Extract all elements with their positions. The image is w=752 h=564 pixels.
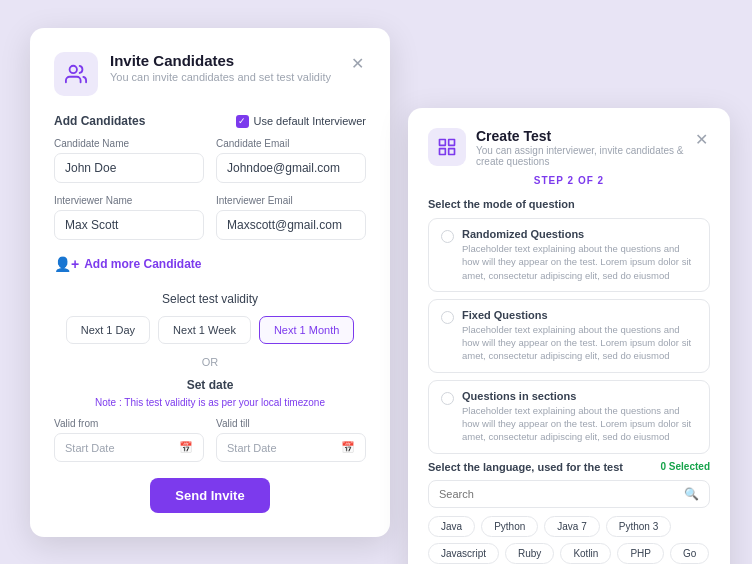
- ct-title: Create Test: [476, 128, 693, 144]
- interviewer-row: Interviewer Name Interviewer Email: [54, 195, 366, 240]
- sections-desc: Placeholder text explaining about the qu…: [462, 404, 697, 444]
- lang-python[interactable]: Python: [481, 516, 538, 537]
- language-search-input[interactable]: [439, 488, 678, 500]
- default-interviewer-checkbox[interactable]: [236, 115, 249, 128]
- svg-point-0: [70, 66, 77, 73]
- sections-content: Questions in sections Placeholder text e…: [462, 390, 697, 444]
- svg-rect-1: [440, 140, 446, 146]
- add-candidates-section: Add Candidates Use default Interviewer: [54, 114, 366, 128]
- calendar-icon-2: 📅: [341, 441, 355, 454]
- ct-header: Create Test You can assign interviewer, …: [428, 128, 710, 167]
- valid-till-col: Valid till Start Date 📅: [216, 418, 366, 462]
- randomized-radio[interactable]: [441, 230, 454, 243]
- sections-radio[interactable]: [441, 392, 454, 405]
- send-invite-button[interactable]: Send Invite: [150, 478, 270, 513]
- lang-go[interactable]: Go: [670, 543, 709, 564]
- candidate-name-input[interactable]: [54, 153, 204, 183]
- fixed-desc: Placeholder text explaining about the qu…: [462, 323, 697, 363]
- language-search-box[interactable]: 🔍: [428, 480, 710, 508]
- next-1-month-button[interactable]: Next 1 Month: [259, 316, 354, 344]
- lang-javascript[interactable]: Javascript: [428, 543, 499, 564]
- add-more-candidate-button[interactable]: 👤+ Add more Candidate: [54, 252, 202, 276]
- lang-java7[interactable]: Java 7: [544, 516, 599, 537]
- question-mode-label: Select the mode of question: [428, 198, 710, 210]
- valid-till-placeholder: Start Date: [227, 442, 277, 454]
- invite-title-group: Invite Candidates You can invite candida…: [110, 52, 331, 83]
- candidate-name-col: Candidate Name: [54, 138, 204, 183]
- invite-modal: Invite Candidates You can invite candida…: [30, 28, 390, 537]
- ct-icon: [428, 128, 466, 166]
- ct-title-group: Create Test You can assign interviewer, …: [476, 128, 693, 167]
- lang-python3[interactable]: Python 3: [606, 516, 671, 537]
- invite-title: Invite Candidates: [110, 52, 331, 69]
- select-validity-label: Select test validity: [54, 292, 366, 306]
- search-icon: 🔍: [684, 487, 699, 501]
- language-section-label: Select the language, used for the test 0…: [428, 461, 710, 473]
- lang-java[interactable]: Java: [428, 516, 475, 537]
- fixed-content: Fixed Questions Placeholder text explain…: [462, 309, 697, 363]
- date-row: Valid from Start Date 📅 Valid till Start…: [54, 418, 366, 462]
- calendar-icon: 📅: [179, 441, 193, 454]
- candidate-email-label: Candidate Email: [216, 138, 366, 149]
- svg-rect-2: [449, 140, 455, 146]
- add-candidates-label: Add Candidates: [54, 114, 145, 128]
- randomized-option[interactable]: Randomized Questions Placeholder text ex…: [428, 218, 710, 292]
- next-1-day-button[interactable]: Next 1 Day: [66, 316, 150, 344]
- invite-close-button[interactable]: ✕: [349, 52, 366, 75]
- selected-count-badge: 0 Selected: [661, 461, 710, 472]
- add-icon: 👤+: [54, 256, 79, 272]
- randomized-desc: Placeholder text explaining about the qu…: [462, 242, 697, 282]
- interviewer-name-input[interactable]: [54, 210, 204, 240]
- invite-modal-header: Invite Candidates You can invite candida…: [54, 52, 366, 96]
- create-test-modal: Create Test You can assign interviewer, …: [408, 108, 730, 564]
- default-interviewer-toggle[interactable]: Use default Interviewer: [236, 115, 367, 128]
- candidate-email-col: Candidate Email: [216, 138, 366, 183]
- candidate-email-input[interactable]: [216, 153, 366, 183]
- or-divider: OR: [54, 356, 366, 368]
- valid-from-label: Valid from: [54, 418, 204, 429]
- randomized-title: Randomized Questions: [462, 228, 697, 240]
- invite-subtitle: You can invite candidates and set test v…: [110, 71, 331, 83]
- valid-till-label: Valid till: [216, 418, 366, 429]
- step-label: STEP 2 OF 2: [428, 175, 710, 186]
- ct-close-button[interactable]: ✕: [693, 128, 710, 151]
- sections-option[interactable]: Questions in sections Placeholder text e…: [428, 380, 710, 454]
- invite-icon: [54, 52, 98, 96]
- fixed-radio[interactable]: [441, 311, 454, 324]
- select-validity-section: Select test validity Next 1 Day Next 1 W…: [54, 292, 366, 344]
- timezone-note: Note : This test validity is as per your…: [54, 397, 366, 408]
- lang-ruby[interactable]: Ruby: [505, 543, 554, 564]
- interviewer-name-col: Interviewer Name: [54, 195, 204, 240]
- valid-till-input[interactable]: Start Date 📅: [216, 433, 366, 462]
- language-chips: Java Python Java 7 Python 3 Javascript R…: [428, 516, 710, 564]
- fixed-title: Fixed Questions: [462, 309, 697, 321]
- svg-rect-4: [440, 149, 446, 155]
- validity-buttons: Next 1 Day Next 1 Week Next 1 Month: [54, 316, 366, 344]
- next-1-week-button[interactable]: Next 1 Week: [158, 316, 251, 344]
- ct-subtitle: You can assign interviewer, invite candi…: [476, 145, 693, 167]
- lang-php[interactable]: PHP: [617, 543, 664, 564]
- default-interviewer-label: Use default Interviewer: [254, 115, 367, 127]
- interviewer-email-col: Interviewer Email: [216, 195, 366, 240]
- valid-from-input[interactable]: Start Date 📅: [54, 433, 204, 462]
- language-label-text: Select the language, used for the test: [428, 461, 623, 473]
- lang-kotlin[interactable]: Kotlin: [560, 543, 611, 564]
- interviewer-email-label: Interviewer Email: [216, 195, 366, 206]
- randomized-content: Randomized Questions Placeholder text ex…: [462, 228, 697, 282]
- valid-from-placeholder: Start Date: [65, 442, 115, 454]
- sections-title: Questions in sections: [462, 390, 697, 402]
- valid-from-col: Valid from Start Date 📅: [54, 418, 204, 462]
- interviewer-email-input[interactable]: [216, 210, 366, 240]
- fixed-option[interactable]: Fixed Questions Placeholder text explain…: [428, 299, 710, 373]
- interviewer-name-label: Interviewer Name: [54, 195, 204, 206]
- candidate-name-label: Candidate Name: [54, 138, 204, 149]
- candidate-row: Candidate Name Candidate Email: [54, 138, 366, 183]
- svg-rect-3: [449, 149, 455, 155]
- set-date-label: Set date: [54, 378, 366, 392]
- add-more-label: Add more Candidate: [84, 257, 201, 271]
